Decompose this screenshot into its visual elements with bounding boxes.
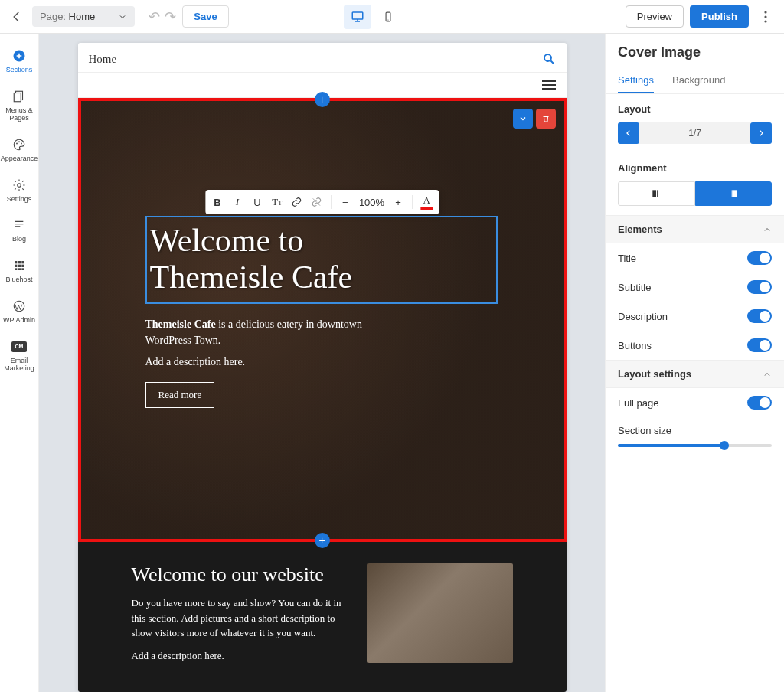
frame-title: Home: [89, 53, 117, 66]
cm-badge-icon: CM: [11, 338, 28, 355]
desktop-view-button[interactable]: [344, 5, 371, 29]
alignment-label: Alignment: [618, 162, 772, 174]
toggle-description-label: Description: [618, 311, 668, 322]
add-section-top[interactable]: +: [315, 92, 330, 107]
toggle-description[interactable]: [747, 309, 772, 323]
search-icon[interactable]: [542, 52, 556, 66]
second-image[interactable]: [368, 563, 513, 663]
layout-settings-header[interactable]: Layout settings: [606, 360, 784, 388]
hamburger-icon[interactable]: [542, 80, 556, 90]
publish-button[interactable]: Publish: [690, 5, 749, 28]
section-size-slider[interactable]: [618, 444, 772, 447]
toggle-buttons-label: Buttons: [618, 340, 652, 351]
align-right-button[interactable]: [618, 181, 695, 206]
tab-settings[interactable]: Settings: [618, 68, 654, 93]
second-title: Welcome to our website: [132, 563, 352, 586]
zoom-in-button[interactable]: +: [392, 197, 404, 208]
svg-rect-15: [21, 261, 24, 263]
svg-rect-13: [15, 261, 17, 263]
panel-title: Cover Image: [606, 44, 784, 68]
sidebar-item-sections[interactable]: Sections: [0, 44, 38, 77]
section-size-label: Section size: [618, 425, 671, 436]
second-text: Do you have more to say and show? You ca…: [132, 596, 352, 641]
svg-rect-18: [21, 265, 24, 267]
underline-button[interactable]: U: [251, 197, 263, 208]
layout-prev-button[interactable]: [618, 122, 639, 144]
svg-point-5: [764, 20, 766, 22]
palette-icon: [11, 136, 28, 153]
full-page-label: Full page: [618, 397, 658, 409]
section-collapse-button[interactable]: [513, 109, 533, 129]
add-section-bottom[interactable]: +: [315, 533, 330, 548]
toggle-subtitle[interactable]: [747, 280, 772, 294]
chevron-up-icon: [763, 225, 772, 234]
back-button[interactable]: [8, 8, 26, 26]
toggle-title[interactable]: [747, 251, 772, 265]
svg-rect-0: [352, 12, 363, 19]
zoom-out-button[interactable]: −: [339, 197, 351, 208]
page-label: Page:: [40, 11, 66, 22]
second-desc: Add a description here.: [132, 648, 352, 664]
svg-rect-25: [657, 190, 658, 197]
svg-point-23: [544, 54, 551, 61]
cover-subtitle[interactable]: Themeisle Cafe is a delicious eatery in …: [145, 316, 406, 348]
sidebar-item-settings[interactable]: Settings: [0, 174, 38, 207]
layout-counter: 1/7: [639, 122, 750, 144]
svg-rect-8: [14, 93, 21, 101]
layout-next-button[interactable]: [750, 122, 772, 144]
cover-description[interactable]: Add a description here.: [145, 356, 499, 368]
italic-button[interactable]: I: [231, 196, 243, 208]
svg-point-3: [764, 11, 766, 13]
plus-circle-icon: [11, 47, 28, 64]
sidebar-item-bluehost[interactable]: Bluehost: [0, 254, 38, 287]
left-sidebar: Sections Menus & Pages Appearance Settin…: [0, 34, 39, 692]
toggle-full-page[interactable]: [747, 396, 772, 410]
save-button[interactable]: Save: [182, 5, 228, 28]
chevron-up-icon: [763, 370, 772, 379]
cover-title-line2: Themeisle Cafe: [150, 260, 353, 295]
canvas-frame: Home + +: [78, 43, 567, 692]
sidebar-item-email[interactable]: CM Email Marketing: [0, 335, 38, 376]
preview-button[interactable]: Preview: [626, 5, 684, 28]
sidebar-item-appearance[interactable]: Appearance: [0, 133, 38, 166]
bold-button[interactable]: B: [211, 197, 224, 208]
text-size-button[interactable]: TT: [271, 196, 283, 208]
cover-section[interactable]: + + B I U TT: [78, 98, 567, 542]
second-section[interactable]: Welcome to our website Do you have more …: [78, 542, 567, 692]
text-toolbar: B I U TT − 100% + A: [205, 190, 439, 214]
svg-point-12: [18, 183, 21, 187]
undo-button[interactable]: ↶: [149, 8, 160, 25]
svg-point-11: [21, 142, 22, 144]
cover-readmore-button[interactable]: Read more: [145, 382, 215, 408]
sidebar-item-menus[interactable]: Menus & Pages: [0, 85, 38, 126]
mobile-view-button[interactable]: [374, 5, 402, 29]
toggle-subtitle-label: Subtitle: [618, 282, 651, 293]
redo-button[interactable]: ↷: [165, 8, 176, 25]
svg-rect-16: [15, 265, 17, 267]
svg-rect-14: [18, 261, 21, 263]
page-value: Home: [69, 11, 96, 22]
unlink-button[interactable]: [311, 197, 323, 207]
pages-icon: [11, 88, 28, 105]
wordpress-icon: [11, 298, 28, 315]
page-select[interactable]: Page: Home: [32, 6, 135, 27]
canvas-area: Home + +: [39, 34, 605, 692]
grid-icon: [11, 257, 28, 274]
more-menu-button[interactable]: [755, 6, 776, 28]
svg-rect-21: [21, 269, 24, 271]
svg-rect-17: [18, 265, 21, 267]
cover-title-line1: Welcome to: [150, 223, 304, 258]
align-left-button[interactable]: [695, 181, 773, 206]
sidebar-item-wpadmin[interactable]: WP Admin: [0, 295, 38, 328]
text-color-button[interactable]: A: [420, 194, 433, 210]
sidebar-item-blog[interactable]: Blog: [0, 214, 38, 246]
gear-icon: [11, 177, 28, 194]
elements-header[interactable]: Elements: [606, 215, 784, 243]
toggle-buttons[interactable]: [747, 338, 772, 352]
properties-panel: Cover Image Settings Background Layout 1…: [605, 34, 784, 692]
delete-section-button[interactable]: [536, 109, 556, 129]
link-button[interactable]: [291, 197, 303, 207]
svg-rect-27: [733, 190, 737, 197]
title-edit-box[interactable]: Welcome to Themeisle Cafe: [145, 216, 498, 304]
tab-background[interactable]: Background: [672, 68, 725, 93]
